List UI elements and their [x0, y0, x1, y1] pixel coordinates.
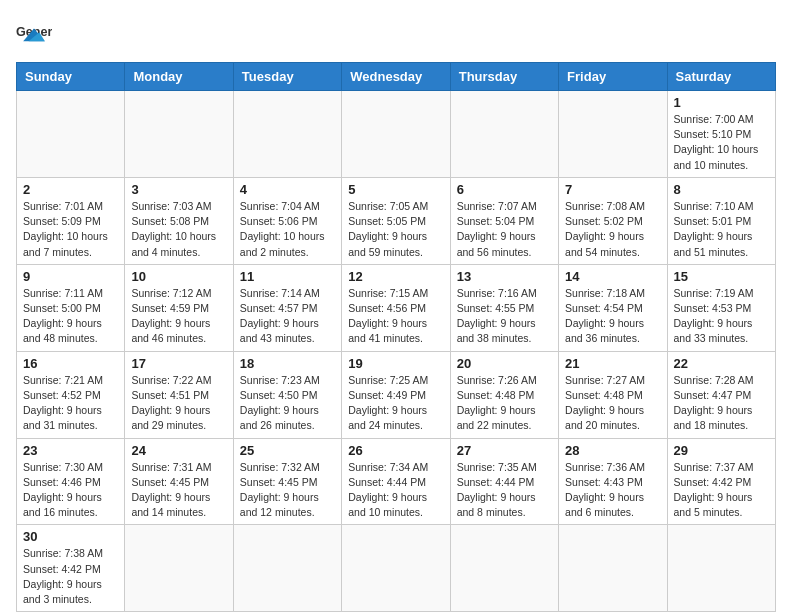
day-number: 27 — [457, 443, 552, 458]
day-number: 4 — [240, 182, 335, 197]
day-number: 18 — [240, 356, 335, 371]
day-cell: 20Sunrise: 7:26 AM Sunset: 4:48 PM Dayli… — [450, 351, 558, 438]
day-cell — [342, 525, 450, 612]
day-info: Sunrise: 7:32 AM Sunset: 4:45 PM Dayligh… — [240, 460, 335, 521]
day-info: Sunrise: 7:28 AM Sunset: 4:47 PM Dayligh… — [674, 373, 769, 434]
day-cell: 13Sunrise: 7:16 AM Sunset: 4:55 PM Dayli… — [450, 264, 558, 351]
logo-icon: General — [16, 16, 52, 52]
week-row-2: 2Sunrise: 7:01 AM Sunset: 5:09 PM Daylig… — [17, 177, 776, 264]
day-cell: 3Sunrise: 7:03 AM Sunset: 5:08 PM Daylig… — [125, 177, 233, 264]
day-cell: 27Sunrise: 7:35 AM Sunset: 4:44 PM Dayli… — [450, 438, 558, 525]
day-number: 23 — [23, 443, 118, 458]
weekday-header-sunday: Sunday — [17, 63, 125, 91]
day-info: Sunrise: 7:16 AM Sunset: 4:55 PM Dayligh… — [457, 286, 552, 347]
week-row-5: 23Sunrise: 7:30 AM Sunset: 4:46 PM Dayli… — [17, 438, 776, 525]
day-info: Sunrise: 7:38 AM Sunset: 4:42 PM Dayligh… — [23, 546, 118, 607]
day-cell: 16Sunrise: 7:21 AM Sunset: 4:52 PM Dayli… — [17, 351, 125, 438]
day-cell: 23Sunrise: 7:30 AM Sunset: 4:46 PM Dayli… — [17, 438, 125, 525]
week-row-3: 9Sunrise: 7:11 AM Sunset: 5:00 PM Daylig… — [17, 264, 776, 351]
day-number: 16 — [23, 356, 118, 371]
day-info: Sunrise: 7:21 AM Sunset: 4:52 PM Dayligh… — [23, 373, 118, 434]
day-cell: 8Sunrise: 7:10 AM Sunset: 5:01 PM Daylig… — [667, 177, 775, 264]
day-number: 28 — [565, 443, 660, 458]
day-cell: 4Sunrise: 7:04 AM Sunset: 5:06 PM Daylig… — [233, 177, 341, 264]
day-number: 5 — [348, 182, 443, 197]
day-cell: 21Sunrise: 7:27 AM Sunset: 4:48 PM Dayli… — [559, 351, 667, 438]
day-cell: 5Sunrise: 7:05 AM Sunset: 5:05 PM Daylig… — [342, 177, 450, 264]
day-cell: 22Sunrise: 7:28 AM Sunset: 4:47 PM Dayli… — [667, 351, 775, 438]
day-cell: 7Sunrise: 7:08 AM Sunset: 5:02 PM Daylig… — [559, 177, 667, 264]
weekday-header-row: SundayMondayTuesdayWednesdayThursdayFrid… — [17, 63, 776, 91]
day-info: Sunrise: 7:25 AM Sunset: 4:49 PM Dayligh… — [348, 373, 443, 434]
day-cell — [17, 91, 125, 178]
day-cell: 15Sunrise: 7:19 AM Sunset: 4:53 PM Dayli… — [667, 264, 775, 351]
day-cell: 18Sunrise: 7:23 AM Sunset: 4:50 PM Dayli… — [233, 351, 341, 438]
day-cell — [125, 91, 233, 178]
day-info: Sunrise: 7:07 AM Sunset: 5:04 PM Dayligh… — [457, 199, 552, 260]
day-cell — [559, 91, 667, 178]
day-cell — [125, 525, 233, 612]
page-header: General — [16, 16, 776, 52]
day-cell: 11Sunrise: 7:14 AM Sunset: 4:57 PM Dayli… — [233, 264, 341, 351]
day-cell: 29Sunrise: 7:37 AM Sunset: 4:42 PM Dayli… — [667, 438, 775, 525]
day-number: 10 — [131, 269, 226, 284]
day-cell: 17Sunrise: 7:22 AM Sunset: 4:51 PM Dayli… — [125, 351, 233, 438]
day-cell: 1Sunrise: 7:00 AM Sunset: 5:10 PM Daylig… — [667, 91, 775, 178]
day-number: 26 — [348, 443, 443, 458]
day-cell: 6Sunrise: 7:07 AM Sunset: 5:04 PM Daylig… — [450, 177, 558, 264]
day-info: Sunrise: 7:04 AM Sunset: 5:06 PM Dayligh… — [240, 199, 335, 260]
day-cell: 9Sunrise: 7:11 AM Sunset: 5:00 PM Daylig… — [17, 264, 125, 351]
day-info: Sunrise: 7:00 AM Sunset: 5:10 PM Dayligh… — [674, 112, 769, 173]
day-number: 9 — [23, 269, 118, 284]
day-number: 1 — [674, 95, 769, 110]
day-info: Sunrise: 7:19 AM Sunset: 4:53 PM Dayligh… — [674, 286, 769, 347]
day-cell: 25Sunrise: 7:32 AM Sunset: 4:45 PM Dayli… — [233, 438, 341, 525]
day-number: 29 — [674, 443, 769, 458]
week-row-6: 30Sunrise: 7:38 AM Sunset: 4:42 PM Dayli… — [17, 525, 776, 612]
day-number: 2 — [23, 182, 118, 197]
day-number: 6 — [457, 182, 552, 197]
weekday-header-saturday: Saturday — [667, 63, 775, 91]
day-info: Sunrise: 7:27 AM Sunset: 4:48 PM Dayligh… — [565, 373, 660, 434]
day-number: 11 — [240, 269, 335, 284]
day-info: Sunrise: 7:08 AM Sunset: 5:02 PM Dayligh… — [565, 199, 660, 260]
day-info: Sunrise: 7:37 AM Sunset: 4:42 PM Dayligh… — [674, 460, 769, 521]
day-cell: 12Sunrise: 7:15 AM Sunset: 4:56 PM Dayli… — [342, 264, 450, 351]
day-info: Sunrise: 7:30 AM Sunset: 4:46 PM Dayligh… — [23, 460, 118, 521]
day-info: Sunrise: 7:31 AM Sunset: 4:45 PM Dayligh… — [131, 460, 226, 521]
day-cell — [667, 525, 775, 612]
weekday-header-wednesday: Wednesday — [342, 63, 450, 91]
day-cell — [450, 91, 558, 178]
day-info: Sunrise: 7:14 AM Sunset: 4:57 PM Dayligh… — [240, 286, 335, 347]
day-number: 8 — [674, 182, 769, 197]
day-cell: 30Sunrise: 7:38 AM Sunset: 4:42 PM Dayli… — [17, 525, 125, 612]
day-cell — [233, 91, 341, 178]
weekday-header-thursday: Thursday — [450, 63, 558, 91]
day-number: 25 — [240, 443, 335, 458]
day-info: Sunrise: 7:10 AM Sunset: 5:01 PM Dayligh… — [674, 199, 769, 260]
day-info: Sunrise: 7:05 AM Sunset: 5:05 PM Dayligh… — [348, 199, 443, 260]
day-info: Sunrise: 7:35 AM Sunset: 4:44 PM Dayligh… — [457, 460, 552, 521]
day-info: Sunrise: 7:34 AM Sunset: 4:44 PM Dayligh… — [348, 460, 443, 521]
day-cell — [450, 525, 558, 612]
day-number: 13 — [457, 269, 552, 284]
week-row-4: 16Sunrise: 7:21 AM Sunset: 4:52 PM Dayli… — [17, 351, 776, 438]
day-number: 17 — [131, 356, 226, 371]
weekday-header-tuesday: Tuesday — [233, 63, 341, 91]
day-info: Sunrise: 7:12 AM Sunset: 4:59 PM Dayligh… — [131, 286, 226, 347]
day-number: 22 — [674, 356, 769, 371]
week-row-1: 1Sunrise: 7:00 AM Sunset: 5:10 PM Daylig… — [17, 91, 776, 178]
day-number: 24 — [131, 443, 226, 458]
weekday-header-monday: Monday — [125, 63, 233, 91]
day-info: Sunrise: 7:11 AM Sunset: 5:00 PM Dayligh… — [23, 286, 118, 347]
day-info: Sunrise: 7:15 AM Sunset: 4:56 PM Dayligh… — [348, 286, 443, 347]
day-cell: 10Sunrise: 7:12 AM Sunset: 4:59 PM Dayli… — [125, 264, 233, 351]
day-cell — [233, 525, 341, 612]
day-number: 3 — [131, 182, 226, 197]
day-number: 12 — [348, 269, 443, 284]
day-cell — [559, 525, 667, 612]
day-info: Sunrise: 7:03 AM Sunset: 5:08 PM Dayligh… — [131, 199, 226, 260]
day-info: Sunrise: 7:01 AM Sunset: 5:09 PM Dayligh… — [23, 199, 118, 260]
day-cell: 14Sunrise: 7:18 AM Sunset: 4:54 PM Dayli… — [559, 264, 667, 351]
day-number: 7 — [565, 182, 660, 197]
